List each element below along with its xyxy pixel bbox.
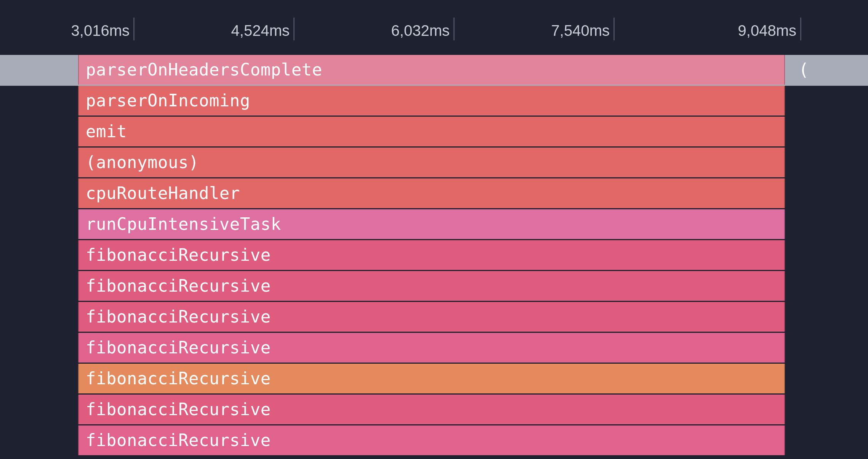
timeline-tick-line: [800, 18, 801, 40]
flame-frame[interactable]: emit: [78, 117, 785, 146]
flame-row: fibonacciRecursive: [0, 364, 868, 395]
flame-frame-label: fibonacciRecursive: [79, 430, 271, 450]
timeline-ruler[interactable]: 3,016ms4,524ms6,032ms7,540ms9,048ms: [0, 0, 868, 55]
timeline-tick-line: [293, 18, 295, 40]
flame-frame-label: fibonacciRecursive: [79, 245, 271, 265]
flame-frame[interactable]: cpuRouteHandler: [78, 178, 785, 208]
flame-frame-label: cpuRouteHandler: [79, 183, 240, 203]
flame-frame[interactable]: fibonacciRecursive: [78, 302, 785, 332]
timeline-tick-label: 7,540ms: [551, 22, 610, 39]
flame-frame-label: fibonacciRecursive: [79, 307, 271, 326]
flame-row: fibonacciRecursive: [0, 425, 868, 456]
flame-frame-label: runCpuIntensiveTask: [79, 214, 281, 234]
flame-frame-label: parserOnIncoming: [79, 91, 250, 110]
flame-row: runCpuIntensiveTask: [0, 209, 868, 240]
timeline-tick-label: 9,048ms: [738, 22, 796, 39]
timeline-tick-label: 6,032ms: [391, 22, 450, 39]
flame-frame-label: fibonacciRecursive: [79, 276, 271, 295]
flame-frame[interactable]: fibonacciRecursive: [78, 333, 785, 363]
flame-frame[interactable]: parserOnIncoming: [78, 86, 785, 116]
flame-row: fibonacciRecursive: [0, 302, 868, 333]
flame-row: fibonacciRecursive: [0, 271, 868, 302]
flame-frame[interactable]: parserOnHeadersComplete: [78, 55, 785, 85]
flame-frame[interactable]: (anonymous): [78, 148, 785, 177]
flame-row: (anonymous): [0, 148, 868, 178]
flame-frame[interactable]: fibonacciRecursive: [78, 271, 785, 301]
flame-frame-label: fibonacciRecursive: [79, 369, 271, 388]
flame-frame[interactable]: fibonacciRecursive: [78, 395, 785, 424]
flame-row: emit: [0, 117, 868, 148]
flame-row: fibonacciRecursive: [0, 240, 868, 271]
timeline-tick-label: 3,016ms: [71, 22, 130, 39]
flame-frame[interactable]: fibonacciRecursive: [78, 240, 785, 270]
flame-frame-label: fibonacciRecursive: [79, 338, 271, 357]
flame-frame-overflow[interactable]: (: [799, 55, 868, 85]
flame-row: fibonacciRecursive: [0, 333, 868, 364]
flame-frame-overflow-label: (: [799, 60, 809, 79]
timeline-tick-line: [613, 18, 615, 40]
flame-frame[interactable]: runCpuIntensiveTask: [78, 209, 785, 239]
flame-frame-label: fibonacciRecursive: [79, 400, 271, 419]
flame-row: parserOnHeadersComplete(: [0, 55, 868, 86]
flame-frame-label: parserOnHeadersComplete: [79, 60, 322, 79]
flame-frame[interactable]: fibonacciRecursive: [78, 364, 785, 393]
flame-row: fibonacciRecursive: [0, 395, 868, 425]
flame-frame-label: emit: [79, 122, 127, 141]
flame-row: parserOnIncoming: [0, 86, 868, 117]
timeline-tick-label: 4,524ms: [231, 22, 290, 39]
flame-row: cpuRouteHandler: [0, 178, 868, 209]
flame-frame-label: (anonymous): [79, 152, 199, 172]
timeline-tick-line: [453, 18, 455, 40]
timeline-tick-line: [133, 18, 135, 40]
flame-frame[interactable]: fibonacciRecursive: [78, 425, 785, 455]
